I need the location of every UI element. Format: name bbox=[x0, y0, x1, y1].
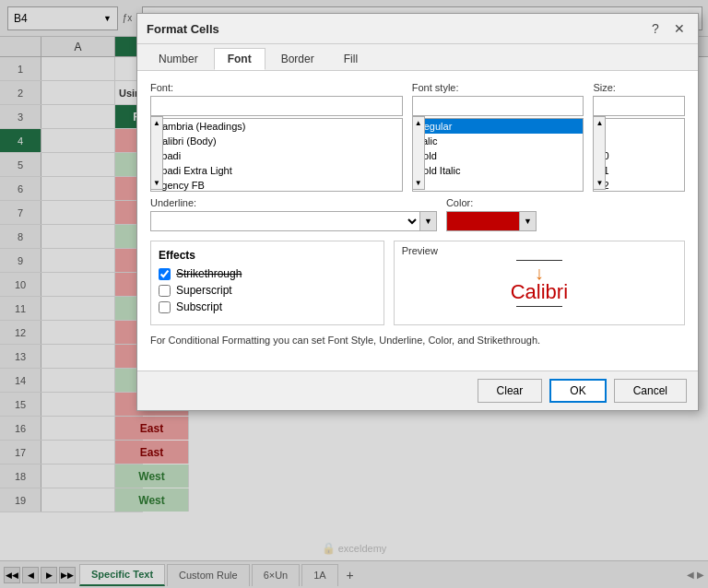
font-style-label: Font style: bbox=[412, 82, 584, 93]
dialog-controls: ? ✕ bbox=[646, 19, 689, 38]
tab-font[interactable]: Font bbox=[214, 48, 266, 70]
font-size-label: Size: bbox=[593, 82, 685, 93]
font-size-col: Size: 8 9 10 11 12 14 ▲ ▼ bbox=[593, 82, 685, 190]
preview-line-top bbox=[516, 260, 562, 261]
dialog-body: Font: Cambria (Headings) Calibri (Body) … bbox=[137, 71, 698, 370]
style-bold-italic[interactable]: Bold Italic bbox=[413, 163, 584, 178]
dialog-title: Format Cells bbox=[147, 22, 219, 36]
info-text: For Conditional Formatting you can set F… bbox=[150, 333, 685, 348]
style-bold[interactable]: Bold bbox=[413, 148, 584, 163]
color-dropdown-arrow[interactable]: ▼ bbox=[520, 211, 537, 231]
preview-title: Preview bbox=[402, 245, 438, 256]
font-item-abadi[interactable]: Abadi bbox=[151, 148, 402, 163]
font-size-input[interactable] bbox=[593, 96, 685, 116]
font-list[interactable]: Cambria (Headings) Calibri (Body) Abadi … bbox=[150, 118, 403, 192]
format-cells-dialog: Format Cells ? ✕ Number Font Border Fill… bbox=[136, 13, 699, 411]
underline-color-row: Underline: ▼ Color: ▼ bbox=[150, 197, 685, 231]
effects-preview-row: Effects Strikethrough Superscript Subscr… bbox=[150, 241, 685, 325]
preview-box: Preview ↓ Calibri bbox=[394, 241, 685, 325]
tab-fill[interactable]: Fill bbox=[330, 48, 372, 70]
underline-dropdown-row: ▼ bbox=[150, 211, 437, 231]
effects-box: Effects Strikethrough Superscript Subscr… bbox=[150, 241, 384, 325]
size-11[interactable]: 11 bbox=[594, 163, 684, 178]
subscript-checkbox[interactable] bbox=[159, 301, 171, 313]
font-style-input[interactable] bbox=[412, 96, 584, 116]
font-name-col: Font: Cambria (Headings) Calibri (Body) … bbox=[150, 82, 403, 190]
strikethrough-label: Strikethrough bbox=[176, 267, 242, 280]
tab-number[interactable]: Number bbox=[145, 48, 212, 70]
tab-border[interactable]: Border bbox=[267, 48, 328, 70]
style-italic[interactable]: Italic bbox=[413, 134, 584, 148]
font-style-col: Font style: Regular Italic Bold Bold Ita… bbox=[412, 82, 584, 190]
strikethrough-row: Strikethrough bbox=[159, 267, 376, 280]
underline-label: Underline: bbox=[150, 197, 437, 208]
size-9[interactable]: 9 bbox=[594, 134, 684, 148]
ok-button[interactable]: OK bbox=[549, 379, 606, 403]
effects-title: Effects bbox=[159, 249, 376, 262]
font-columns: Font: Cambria (Headings) Calibri (Body) … bbox=[150, 82, 685, 190]
size-10[interactable]: 10 bbox=[594, 148, 684, 163]
superscript-row: Superscript bbox=[159, 284, 376, 297]
font-size-list[interactable]: 8 9 10 11 12 14 bbox=[593, 118, 685, 192]
size-12[interactable]: 12 bbox=[594, 178, 684, 192]
cancel-button[interactable]: Cancel bbox=[614, 379, 687, 403]
color-row: ▼ bbox=[446, 211, 685, 231]
font-item-calibri[interactable]: Calibri (Body) bbox=[151, 134, 402, 148]
underline-col: Underline: ▼ bbox=[150, 197, 437, 231]
font-item-abadi-extra[interactable]: Abadi Extra Light bbox=[151, 163, 402, 178]
font-label: Font: bbox=[150, 82, 403, 93]
dialog-title-bar: Format Cells ? ✕ bbox=[137, 14, 698, 44]
preview-lines: ↓ Calibri bbox=[423, 260, 655, 307]
color-swatch[interactable] bbox=[446, 211, 520, 231]
font-item-cambria[interactable]: Cambria (Headings) bbox=[151, 119, 402, 134]
superscript-checkbox[interactable] bbox=[159, 285, 171, 297]
preview-line-bottom bbox=[516, 306, 562, 307]
underline-select[interactable] bbox=[150, 211, 420, 231]
underline-dropdown-arrow[interactable]: ▼ bbox=[420, 211, 437, 231]
subscript-row: Subscript bbox=[159, 300, 376, 313]
color-label: Color: bbox=[446, 197, 685, 208]
close-button[interactable]: ✕ bbox=[670, 19, 689, 38]
preview-text: Calibri bbox=[511, 280, 568, 304]
superscript-label: Superscript bbox=[176, 284, 232, 297]
size-8[interactable]: 8 bbox=[594, 119, 684, 134]
clear-button[interactable]: Clear bbox=[478, 379, 543, 403]
style-regular[interactable]: Regular bbox=[413, 119, 584, 134]
font-name-input[interactable] bbox=[150, 96, 403, 116]
strikethrough-checkbox[interactable] bbox=[159, 268, 171, 280]
dialog-footer: Clear OK Cancel bbox=[137, 370, 698, 410]
color-col: Color: ▼ bbox=[446, 197, 685, 231]
subscript-label: Subscript bbox=[176, 300, 222, 313]
help-button[interactable]: ? bbox=[646, 19, 665, 38]
font-style-list[interactable]: Regular Italic Bold Bold Italic bbox=[412, 118, 584, 192]
font-item-agency[interactable]: Agency FB bbox=[151, 178, 402, 192]
dialog-tabs: Number Font Border Fill bbox=[137, 44, 698, 71]
